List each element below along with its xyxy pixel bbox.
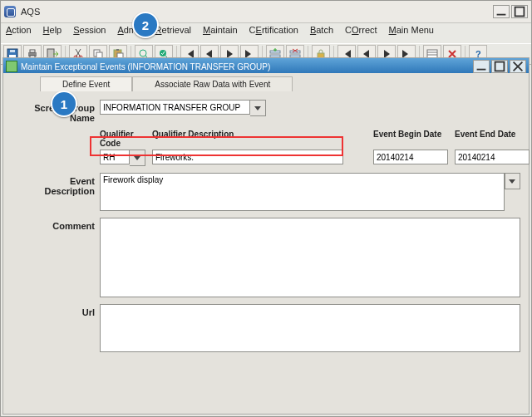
event-desc-label: EventDescription (12, 173, 95, 196)
window-title: AQS (21, 7, 40, 17)
svg-rect-1 (515, 7, 525, 17)
highlight-box (90, 136, 343, 156)
menu-maintain[interactable]: Maintain (203, 25, 238, 40)
maximize-button[interactable] (511, 5, 528, 18)
menu-correct[interactable]: COrrect (345, 25, 377, 40)
sub-minimize-button[interactable] (473, 60, 490, 73)
svg-rect-14 (116, 49, 119, 51)
svg-rect-30 (495, 62, 505, 71)
chevron-down-icon (134, 156, 140, 160)
form-icon (6, 61, 17, 72)
event-end-label: Event End Date (455, 130, 530, 148)
chevron-down-icon (509, 179, 515, 184)
minimize-button[interactable] (493, 5, 510, 18)
url-textarea[interactable] (100, 304, 520, 352)
svg-point-16 (140, 50, 146, 56)
menubar: Action Help Session Admin Retrieval Main… (1, 23, 531, 43)
java-icon (4, 6, 16, 17)
svg-rect-6 (30, 50, 35, 52)
comment-label: Comment (12, 218, 95, 231)
tab-define-event[interactable]: Define Event (40, 76, 132, 91)
screen-group-dropdown-button[interactable] (250, 100, 266, 116)
callout-1: 1 (51, 91, 77, 117)
window-titlebar: AQS (1, 1, 531, 23)
menu-batch[interactable]: Batch (310, 25, 333, 40)
svg-rect-4 (10, 50, 15, 52)
subwindow-titlebar: Maintain Exceptional Events (INFORMATION… (3, 58, 529, 75)
menu-certification[interactable]: CErtification (249, 25, 298, 40)
subwindow-title: Maintain Exceptional Events (INFORMATION… (21, 62, 270, 71)
menu-session[interactable]: Session (73, 25, 106, 40)
sub-maximize-button[interactable] (491, 60, 508, 73)
sub-close-button[interactable] (510, 60, 526, 73)
event-end-input[interactable] (455, 150, 530, 164)
comment-textarea[interactable] (100, 218, 520, 297)
screen-group-input[interactable] (100, 100, 250, 115)
event-begin-input[interactable] (373, 150, 448, 164)
chevron-down-icon (254, 106, 261, 110)
menu-retrieval[interactable]: Retrieval (155, 25, 191, 40)
callout-2: 2 (132, 12, 159, 38)
url-label: Url (12, 304, 95, 317)
menu-action[interactable]: Action (6, 25, 32, 40)
tabstrip: Define Event Associate Raw Data with Eve… (40, 76, 520, 91)
event-desc-dropdown-button[interactable] (505, 173, 520, 189)
menu-help[interactable]: Help (43, 25, 62, 40)
tab-associate-raw-data[interactable]: Associate Raw Data with Event (132, 76, 293, 91)
menu-main[interactable]: Main Menu (389, 25, 434, 40)
event-desc-textarea[interactable] (100, 173, 505, 211)
event-begin-label: Event Begin Date (373, 130, 448, 148)
